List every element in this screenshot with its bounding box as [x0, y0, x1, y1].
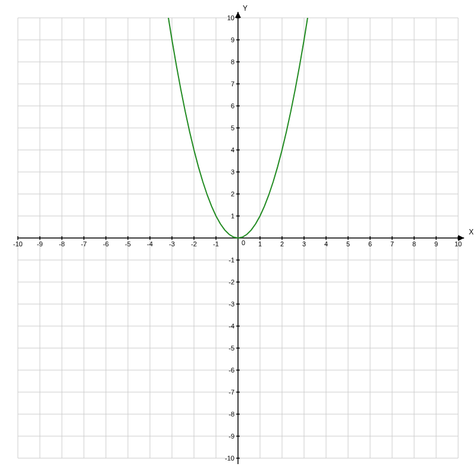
tick-label-x: 0 [242, 239, 245, 246]
tick-label-x: 2 [280, 240, 284, 248]
chart-container: -10-9-8-7-6-5-4-3-2-1012345678910-10-9-8… [0, 0, 476, 476]
tick-label-x: -10 [13, 240, 23, 248]
tick-label-y: 4 [231, 146, 234, 154]
tick-label-x: -3 [169, 240, 175, 248]
tick-label-x: -8 [59, 240, 65, 248]
tick-label-x: 4 [324, 240, 328, 248]
tick-label-y: 7 [231, 80, 234, 87]
x-axis-label: X [469, 228, 474, 236]
tick-label-x: 5 [346, 240, 350, 248]
tick-label-x: 7 [390, 240, 394, 248]
tick-label-y: 1 [231, 212, 234, 220]
tick-label-y: -9 [228, 433, 234, 440]
tick-label-y: 10 [227, 14, 234, 21]
tick-label-x: -9 [37, 240, 43, 248]
xy-parabola-chart: -10-9-8-7-6-5-4-3-2-1012345678910-10-9-8… [0, 0, 476, 476]
tick-label-x: -4 [147, 240, 153, 248]
tick-label-y: -8 [228, 411, 234, 418]
tick-label-x: -2 [191, 240, 197, 248]
tick-label-x: 6 [368, 240, 372, 248]
tick-label-y: 5 [231, 124, 234, 131]
tick-label-y: -2 [228, 278, 234, 286]
tick-label-x: 9 [434, 240, 438, 248]
tick-label-y: 2 [231, 190, 234, 198]
tick-label-y: -3 [228, 300, 234, 308]
tick-label-y: -10 [225, 455, 234, 462]
tick-label-y: -6 [228, 367, 234, 374]
tick-label-x: -5 [125, 240, 131, 248]
tick-label-x: 1 [258, 240, 262, 248]
tick-label-y: -5 [228, 345, 234, 352]
tick-label-y: 9 [231, 36, 234, 43]
tick-label-y: -1 [228, 256, 234, 264]
tick-label-x: 10 [455, 240, 462, 248]
tick-label-x: -6 [103, 240, 109, 248]
tick-label-x: 8 [412, 240, 416, 248]
y-axis-arrow [235, 12, 241, 18]
tick-label-y: -7 [228, 389, 234, 396]
tick-label-y: 6 [231, 102, 234, 109]
y-axis-label: Y [243, 4, 248, 12]
tick-label-y: 8 [231, 58, 234, 65]
tick-label-x: 3 [302, 240, 306, 248]
tick-label-y: -4 [228, 322, 234, 330]
tick-label-x: -7 [81, 240, 87, 248]
tick-label-x: -1 [213, 240, 219, 248]
tick-label-y: 3 [231, 168, 234, 176]
